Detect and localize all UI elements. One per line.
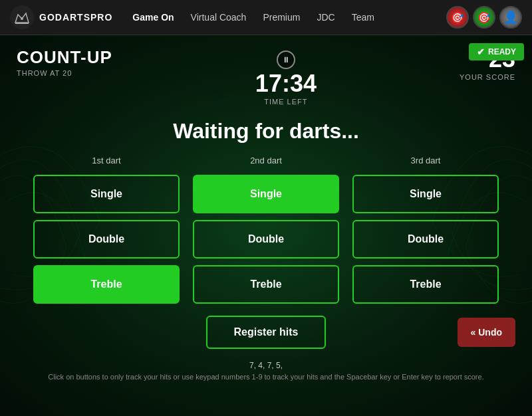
dart-col-header-1: 1st dart <box>33 156 180 165</box>
dart-col-header-3: 3rd dart <box>352 156 499 165</box>
nav-links: Game On Virtual Coach Premium JDC Team <box>132 12 446 23</box>
dart1-double-button[interactable]: Double <box>33 220 180 259</box>
logo-icon <box>10 5 34 29</box>
ready-check-icon: ✔ <box>477 47 485 57</box>
nav-game-on[interactable]: Game On <box>132 12 174 23</box>
dart3-double-button[interactable]: Double <box>352 220 499 259</box>
main-content: ✔ READY COUNT-UP THROW AT 20 ⏸ 17:34 TIM… <box>0 35 532 416</box>
timer-label: TIME LEFT <box>112 98 460 106</box>
navbar: GODARTSPRO Game On Virtual Coach Premium… <box>0 0 532 35</box>
footer-numbers: 7, 4, 7, 5, <box>0 361 532 370</box>
dart3-treble-button[interactable]: Treble <box>352 265 499 304</box>
dart3-single-button[interactable]: Single <box>352 175 499 213</box>
score-label: YOUR SCORE <box>460 73 515 81</box>
avatar-2[interactable]: 🎯 <box>473 6 495 29</box>
undo-button[interactable]: « Undo <box>458 318 515 347</box>
dart2-single-button[interactable]: Single <box>193 175 339 213</box>
pause-icon: ⏸ <box>282 55 290 64</box>
dart2-treble-button[interactable]: Treble <box>193 265 339 304</box>
footer-hint: Click on buttons to only track your hits… <box>0 373 532 381</box>
action-row: Register hits « Undo <box>0 316 532 349</box>
register-hits-button[interactable]: Register hits <box>206 316 327 349</box>
header-row: COUNT-UP THROW AT 20 ⏸ 17:34 TIME LEFT 2… <box>0 35 532 106</box>
dart-col-header-2: 2nd dart <box>193 156 339 165</box>
dart2-double-button[interactable]: Double <box>193 220 339 259</box>
waiting-text: Waiting for darts... <box>0 119 532 144</box>
dart1-single-button[interactable]: Single <box>33 175 180 213</box>
avatar-3[interactable]: 👤 <box>499 6 522 29</box>
svg-point-1 <box>21 17 23 20</box>
footer-text: 7, 4, 7, 5, Click on buttons to only tra… <box>0 361 532 381</box>
nav-virtual-coach[interactable]: Virtual Coach <box>191 12 247 23</box>
timer-block: ⏸ 17:34 TIME LEFT <box>112 47 460 106</box>
game-type-sub: THROW AT 20 <box>17 69 112 77</box>
nav-team[interactable]: Team <box>352 12 374 23</box>
nav-premium[interactable]: Premium <box>263 12 300 23</box>
svg-rect-2 <box>15 23 29 24</box>
logo-text: GODARTSPRO <box>39 12 112 23</box>
dart-column-3: 3rd dart Single Double Treble <box>352 156 499 304</box>
nav-avatars: 🎯 🎯 👤 <box>446 6 522 29</box>
nav-jdc[interactable]: JDC <box>317 12 334 23</box>
dart-column-1: 1st dart Single Double Treble <box>33 156 180 304</box>
pause-button[interactable]: ⏸ <box>277 51 295 69</box>
dart1-treble-button[interactable]: Treble <box>33 265 180 304</box>
crown-icon <box>13 8 31 27</box>
dart-column-2: 2nd dart Single Double Treble <box>193 156 339 304</box>
timer-value: 17:34 <box>112 72 460 96</box>
dart-grid: 1st dart Single Double Treble 2nd dart S… <box>0 156 532 304</box>
ready-badge: ✔ READY <box>469 43 524 60</box>
game-type-block: COUNT-UP THROW AT 20 <box>17 47 112 77</box>
ready-label: READY <box>488 47 516 56</box>
avatar-1[interactable]: 🎯 <box>446 6 469 29</box>
game-type-title: COUNT-UP <box>17 47 112 68</box>
nav-logo: GODARTSPRO <box>10 5 112 29</box>
